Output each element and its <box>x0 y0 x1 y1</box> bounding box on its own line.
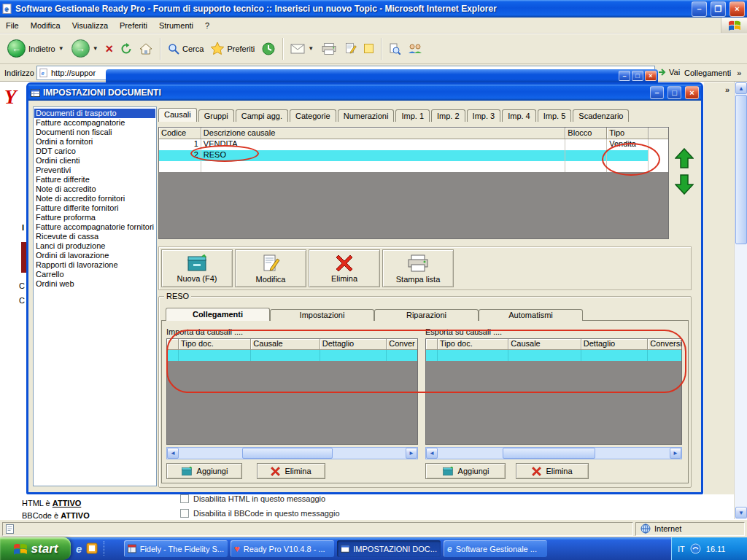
column-header[interactable]: Dettaglio <box>581 339 648 350</box>
menu-visualizza[interactable]: Visualizza <box>66 19 114 32</box>
scrollbar-thumb[interactable] <box>735 95 747 244</box>
restore-button[interactable]: ❐ <box>711 1 726 17</box>
causali-grid[interactable]: Codice Descrizione causale Blocco Tipo 1… <box>158 127 669 239</box>
html-status-link[interactable]: ATTIVO <box>53 499 82 508</box>
app-quicklaunch-icon[interactable] <box>86 542 98 554</box>
list-item[interactable]: Carrello <box>34 270 155 279</box>
tab-automatismi[interactable]: Automatismi <box>479 309 583 321</box>
scrollbar-track[interactable] <box>438 448 670 459</box>
minimize-button[interactable]: – <box>692 1 707 17</box>
column-header[interactable]: Dettaglio <box>320 339 387 350</box>
list-item[interactable]: Fatture accompagnatorie <box>34 118 155 128</box>
tab-imp4[interactable]: Imp. 4 <box>502 109 536 122</box>
toolbar-overflow-chevron-icon[interactable]: » <box>725 85 729 94</box>
refresh-button[interactable] <box>117 41 135 57</box>
list-item-selected[interactable]: Documenti di trasporto <box>34 109 155 118</box>
list-item[interactable]: Preventivi <box>34 166 155 175</box>
move-up-button[interactable] <box>673 147 695 169</box>
stop-button[interactable]: × <box>103 40 117 58</box>
go-button[interactable]: Vai <box>658 68 680 77</box>
list-item[interactable]: DDT carico <box>34 147 155 156</box>
forward-button[interactable]: → ▼ <box>69 37 101 60</box>
list-item[interactable]: Ordini clienti <box>34 156 155 166</box>
cell-blocco[interactable] <box>565 139 607 150</box>
close-button[interactable]: × <box>685 86 699 99</box>
start-button[interactable]: start <box>0 537 71 560</box>
list-item[interactable]: Ordini di lavorazione <box>34 251 155 260</box>
tab-numerazioni[interactable]: Numerazioni <box>338 109 395 122</box>
cell-tipo[interactable]: Vendita <box>607 139 649 150</box>
task-fidely[interactable]: Fidely - The Fidelity S... <box>124 540 228 557</box>
back-button[interactable]: ← Indietro ▼ <box>4 37 67 60</box>
messenger-button[interactable] <box>405 42 425 56</box>
column-header[interactable]: Blocco <box>565 128 607 139</box>
cell-tipo[interactable] <box>607 150 649 161</box>
grid-row-selected-empty[interactable] <box>426 350 681 361</box>
list-item[interactable]: Fatture differite fornitori <box>34 203 155 213</box>
task-readypro[interactable]: ♥ Ready Pro V10.4.8 - ... <box>231 540 334 557</box>
clock[interactable]: 16.11 <box>706 545 726 553</box>
scrollbar-thumb[interactable] <box>503 448 595 459</box>
tab-imp5[interactable]: Imp. 5 <box>538 109 572 122</box>
export-grid[interactable]: Tipo doc. Causale Dettaglio Conversi <box>425 338 682 445</box>
maximize-button[interactable]: □ <box>667 86 681 99</box>
scroll-left-icon[interactable]: ◄ <box>167 448 179 459</box>
import-aggiungi-button[interactable]: Aggiungi <box>166 463 242 479</box>
close-button[interactable]: × <box>729 1 745 17</box>
import-elimina-button[interactable]: Elimina <box>257 463 325 479</box>
grid-row-selected-empty[interactable] <box>167 350 417 361</box>
list-item[interactable]: Fatture differite <box>34 175 155 184</box>
links-bar[interactable]: Collegamenti » <box>684 69 741 77</box>
tab-imp1[interactable]: Imp. 1 <box>395 109 430 122</box>
import-horizontal-scrollbar[interactable]: ◄ ► <box>166 447 418 459</box>
column-header[interactable]: Causale <box>251 339 320 350</box>
tab-impostazioni[interactable]: Impostazioni <box>270 309 374 321</box>
tray-app-icon[interactable] <box>690 543 701 554</box>
minimize-button[interactable]: – <box>650 86 664 99</box>
menu-help[interactable]: ? <box>199 19 215 32</box>
column-header[interactable]: Codice <box>159 128 201 139</box>
mail-dropdown-icon[interactable]: ▼ <box>308 45 314 52</box>
cell-descrizione[interactable]: VENDITA <box>201 139 566 150</box>
print-button[interactable] <box>318 40 340 58</box>
menu-modifica[interactable]: Modifica <box>25 19 66 32</box>
scroll-down-icon[interactable]: ▼ <box>735 507 747 518</box>
cell-codice[interactable]: 2 <box>159 150 201 161</box>
list-item[interactable]: Ordini web <box>34 279 155 289</box>
menu-strumenti[interactable]: Strumenti <box>153 19 199 32</box>
column-header[interactable]: Conversi <box>648 339 681 350</box>
list-item[interactable]: Ordini a fornitori <box>34 137 155 147</box>
edit-button[interactable] <box>341 40 360 57</box>
grid-row-empty[interactable] <box>159 161 668 172</box>
nuova-button[interactable]: Nuova (F4) <box>161 249 233 287</box>
research-button[interactable] <box>386 41 403 57</box>
cell-blocco[interactable] <box>565 150 607 161</box>
tab-collegamenti[interactable]: Collegamenti <box>166 308 270 321</box>
move-down-button[interactable] <box>673 174 695 195</box>
export-aggiungi-button[interactable]: Aggiungi <box>425 463 506 479</box>
list-item[interactable]: Fatture proforma <box>34 213 155 222</box>
back-dropdown-icon[interactable]: ▼ <box>58 45 64 52</box>
language-indicator[interactable]: IT <box>678 545 685 553</box>
dialog-titlebar[interactable]: IMPOSTAZIONI DOCUMENTI – □ × <box>28 85 701 101</box>
search-button[interactable]: Cerca <box>165 41 206 57</box>
maximize-button[interactable]: □ <box>632 71 643 81</box>
cell-descrizione[interactable]: RESO <box>201 150 566 161</box>
home-button[interactable] <box>136 41 155 57</box>
list-item[interactable]: Ricevute di cassa <box>34 232 155 241</box>
column-header[interactable]: Causale <box>508 339 581 350</box>
document-type-list[interactable]: Documenti di trasporto Fatture accompagn… <box>33 106 157 486</box>
list-item[interactable]: Fatture accompagnatorie fornitori <box>34 222 155 232</box>
column-header[interactable]: Descrizione causale <box>201 128 566 139</box>
close-button[interactable]: × <box>645 71 657 81</box>
menu-file[interactable]: File <box>0 19 25 32</box>
cell-codice[interactable]: 1 <box>159 139 201 150</box>
checkbox-icon[interactable] <box>180 494 189 503</box>
favorites-button[interactable]: Preferiti <box>208 40 258 57</box>
checkbox-icon[interactable] <box>180 509 189 518</box>
forward-dropdown-icon[interactable]: ▼ <box>93 45 98 52</box>
grid-row-vendita[interactable]: 1 VENDITA Vendita <box>159 139 668 150</box>
scroll-right-icon[interactable]: ► <box>670 448 681 459</box>
notes-button[interactable] <box>361 42 376 55</box>
column-header[interactable]: Tipo doc. <box>179 339 251 350</box>
